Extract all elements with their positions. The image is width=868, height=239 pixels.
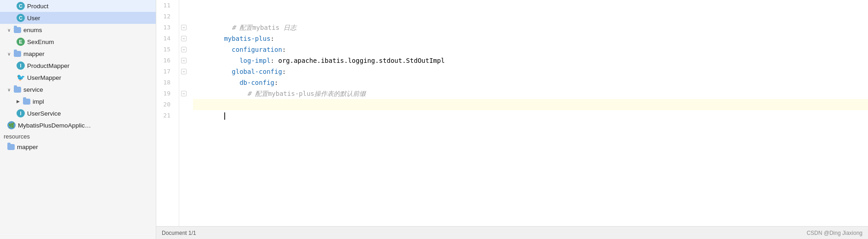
mapper-label: mapper xyxy=(23,50,45,57)
folder-icon-mapper xyxy=(14,51,21,57)
code-line-21 xyxy=(193,110,868,121)
code-line-12: # 配置mybatis 日志 xyxy=(193,11,868,22)
code-line-17: db-config: xyxy=(193,66,868,77)
productmapper-label: ProductMapper xyxy=(27,62,69,69)
user-label: User xyxy=(27,15,40,22)
code-content[interactable]: # 配置mybatis 日志 mybatis-plus: configurati… xyxy=(188,0,868,226)
tree-item-product[interactable]: C Product xyxy=(0,0,156,12)
tree-item-resources-mapper[interactable]: mapper xyxy=(0,141,156,153)
line-num-13: 13 xyxy=(156,22,174,33)
line-num-18: 18 xyxy=(156,77,174,88)
interface-icon-productmapper: I xyxy=(17,61,25,70)
folder-icon-resources-mapper xyxy=(7,144,15,150)
line-num-16: 16 xyxy=(156,55,174,66)
mapper-icon-usermapper: 🐦 xyxy=(17,73,25,82)
tree-item-impl[interactable]: ▶ impl xyxy=(0,95,156,107)
watermark: CSDN @Ding Jiaxiong xyxy=(806,230,862,236)
status-bar: Document 1/1 CSDN @Ding Jiaxiong xyxy=(156,226,868,239)
gutter-20 xyxy=(179,99,188,110)
line-num-11: 11 xyxy=(156,0,174,11)
gutter-14[interactable]: − xyxy=(179,33,188,44)
resources-section-label: resources xyxy=(0,131,156,141)
gutter-11 xyxy=(179,0,188,11)
code-line-20 xyxy=(193,99,868,110)
resources-mapper-label: mapper xyxy=(17,144,38,150)
folder-icon-enums xyxy=(14,27,21,33)
line-num-14: 14 xyxy=(156,33,174,44)
gutter-17[interactable]: − xyxy=(179,66,188,77)
tree-item-user[interactable]: C User xyxy=(0,12,156,24)
code-line-15: log-impl: org.apache.ibatis.logging.stdo… xyxy=(193,44,868,55)
userservice-label: UserService xyxy=(27,110,61,117)
code-line-14: configuration: xyxy=(193,33,868,44)
fold-icon-17[interactable]: − xyxy=(181,69,187,74)
tree-item-mapper[interactable]: ∨ mapper xyxy=(0,48,156,60)
tree-item-enums[interactable]: ∨ enums xyxy=(0,24,156,36)
code-line-16: global-config: xyxy=(193,55,868,66)
sexenum-label: SexEnum xyxy=(27,39,54,45)
chevron-mapper: ∨ xyxy=(7,51,14,56)
service-label: service xyxy=(23,86,43,93)
fold-icon-13[interactable]: − xyxy=(181,25,187,30)
tree-item-userservice[interactable]: I UserService xyxy=(0,107,156,119)
code-line-19: table-prefix: t_ xyxy=(193,88,868,99)
folder-icon-impl xyxy=(23,99,30,105)
interface-icon-userservice: I xyxy=(17,109,25,117)
line-num-19: 19 xyxy=(156,88,174,99)
tree-item-sexenum[interactable]: E SexEnum xyxy=(0,36,156,48)
gutter-13[interactable]: − xyxy=(179,22,188,33)
code-editor: 11 12 13 14 15 16 17 18 19 20 21 − − − −… xyxy=(156,0,868,239)
gutter-21 xyxy=(179,110,188,121)
code-area[interactable]: 11 12 13 14 15 16 17 18 19 20 21 − − − −… xyxy=(156,0,868,226)
class-icon-user: C xyxy=(17,14,25,22)
chevron-service: ∨ xyxy=(7,87,14,92)
file-tree: C Product C User ∨ enums E SexEnum ∨ map… xyxy=(0,0,156,239)
enum-icon-sexenum: E xyxy=(17,38,25,46)
line-num-20: 20 xyxy=(156,99,174,110)
app-icon: 🌿 xyxy=(7,121,16,129)
line-numbers: 11 12 13 14 15 16 17 18 19 20 21 xyxy=(156,0,179,226)
line-num-15: 15 xyxy=(156,44,174,55)
fold-icon-14[interactable]: − xyxy=(181,36,187,41)
line-num-21: 21 xyxy=(156,110,174,121)
code-line-18: # 配置mybatis-plus操作表的默认前缀 xyxy=(193,77,868,88)
tree-item-usermapper[interactable]: 🐦 UserMapper xyxy=(0,72,156,83)
code-line-11 xyxy=(193,0,868,11)
gutter-18 xyxy=(179,77,188,88)
gutter-16[interactable]: − xyxy=(179,55,188,66)
tree-item-service[interactable]: ∨ service xyxy=(0,83,156,95)
enums-label: enums xyxy=(23,27,42,33)
doc-info: Document 1/1 xyxy=(162,230,196,236)
class-icon-product: C xyxy=(17,2,25,10)
code-line-13: mybatis-plus: xyxy=(193,22,868,33)
gutter-19[interactable]: − xyxy=(179,88,188,99)
chevron-enums: ∨ xyxy=(7,28,14,33)
gutter-12 xyxy=(179,11,188,22)
gutter-15[interactable]: − xyxy=(179,44,188,55)
product-label: Product xyxy=(27,3,49,10)
fold-icon-15[interactable]: − xyxy=(181,47,187,52)
chevron-impl: ▶ xyxy=(17,99,23,104)
line-num-12: 12 xyxy=(156,11,174,22)
folder-icon-service xyxy=(14,87,21,93)
app-label: MybatisPlusDemoApplic… xyxy=(18,122,91,129)
usermapper-label: UserMapper xyxy=(27,74,61,81)
tree-item-productmapper[interactable]: I ProductMapper xyxy=(0,60,156,72)
tree-item-app[interactable]: 🌿 MybatisPlusDemoApplic… xyxy=(0,119,156,131)
fold-gutter: − − − − − − xyxy=(179,0,188,226)
fold-icon-16[interactable]: − xyxy=(181,58,187,63)
fold-icon-19[interactable]: − xyxy=(181,91,187,96)
impl-label: impl xyxy=(33,98,44,105)
line-num-17: 17 xyxy=(156,66,174,77)
